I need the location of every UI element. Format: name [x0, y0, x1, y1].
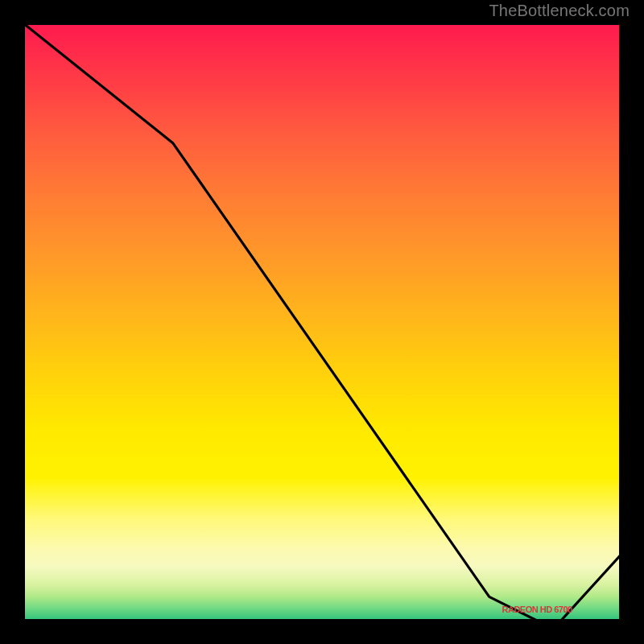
chart-border [23, 23, 621, 25]
attribution-text: TheBottleneck.com [489, 2, 630, 20]
chart-border [23, 619, 621, 621]
chart-border [619, 23, 621, 621]
chart-annotation-label: RADEON HD 6700 [502, 605, 572, 614]
chart-border [23, 23, 25, 621]
chart-plot-area: RADEON HD 6700 [23, 23, 621, 621]
chart-line-series [23, 23, 621, 621]
